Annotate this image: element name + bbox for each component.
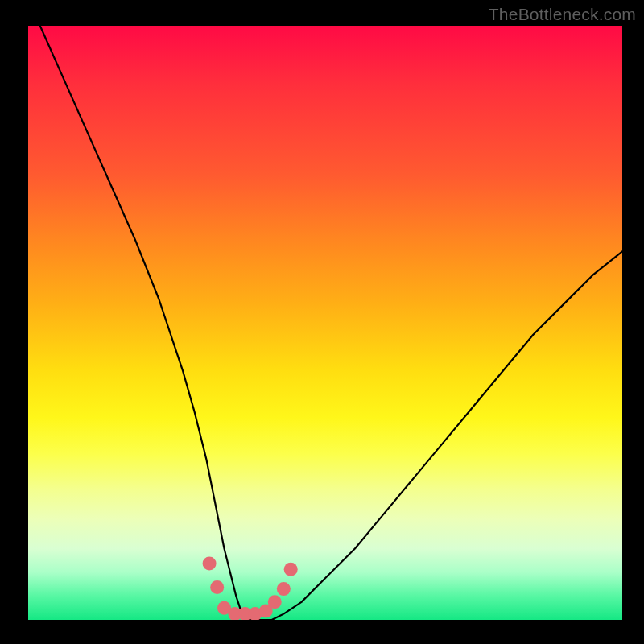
highlight-dot [277, 582, 291, 596]
chart-svg [28, 26, 622, 620]
highlight-dot [268, 595, 282, 609]
highlight-dot [284, 563, 298, 576]
watermark-text: TheBottleneck.com [489, 5, 636, 24]
highlight-dot [203, 556, 217, 570]
highlight-dots-group [203, 556, 298, 620]
chart-frame: TheBottleneck.com [0, 0, 644, 644]
highlight-dot [210, 580, 224, 594]
bottleneck-curve-line [40, 26, 622, 620]
chart-plot-area [28, 26, 622, 620]
